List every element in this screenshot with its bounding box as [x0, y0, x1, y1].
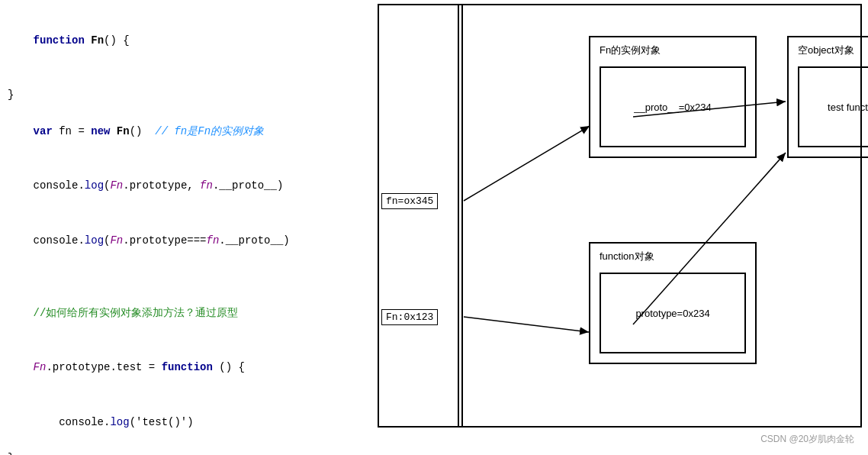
function-box-title: function对象 [600, 250, 654, 263]
code-line-5: console.log(Fn.prototype, fn.__proto__) [8, 159, 328, 213]
instance-box-title: Fn的实例对象 [600, 44, 661, 57]
code-line-11: } [8, 450, 328, 455]
fn-constructor-label: Fn:0x123 [381, 309, 438, 325]
code-line-3: } [8, 86, 328, 105]
code-panel: function Fn() { } var fn = new Fn() // f… [0, 0, 336, 455]
code-line-10: console.log('test()') [8, 395, 328, 450]
fn-label: fn=ox345 [381, 193, 438, 209]
object-box-inner: test function() [798, 66, 868, 147]
code-line-8: //如何给所有实例对象添加方法？通过原型 [8, 286, 328, 340]
instance-box: Fn的实例对象 __proto__=0x234 [589, 36, 757, 158]
diagram-panel: fn=ox345 Fn:0x123 Fn的实例对象 __proto__=0x23… [336, 4, 866, 435]
object-box: 空object对象 test function() [787, 36, 868, 158]
instance-box-inner: __proto__=0x234 [600, 66, 746, 147]
outer-box: Fn的实例对象 __proto__=0x234 function对象 proto… [458, 4, 862, 428]
keyword-function: function [34, 34, 92, 47]
code-line-2 [8, 68, 328, 86]
code-line-7 [8, 268, 328, 286]
code-line-4: var fn = new Fn() // fn是Fn的实例对象 [8, 105, 328, 159]
code-line-1: function Fn() { [8, 14, 328, 68]
code-line-9: Fn.prototype.test = function () { [8, 340, 328, 395]
function-box-inner: prototype=0x234 [600, 273, 746, 353]
object-box-title: 空object对象 [798, 44, 854, 57]
watermark: CSDN @20岁肌肉金轮 [760, 433, 854, 446]
code-line-6: console.log(Fn.prototype===fn.__proto__) [8, 214, 328, 268]
stack-box [378, 4, 463, 428]
function-box: function对象 prototype=0x234 [589, 242, 757, 364]
